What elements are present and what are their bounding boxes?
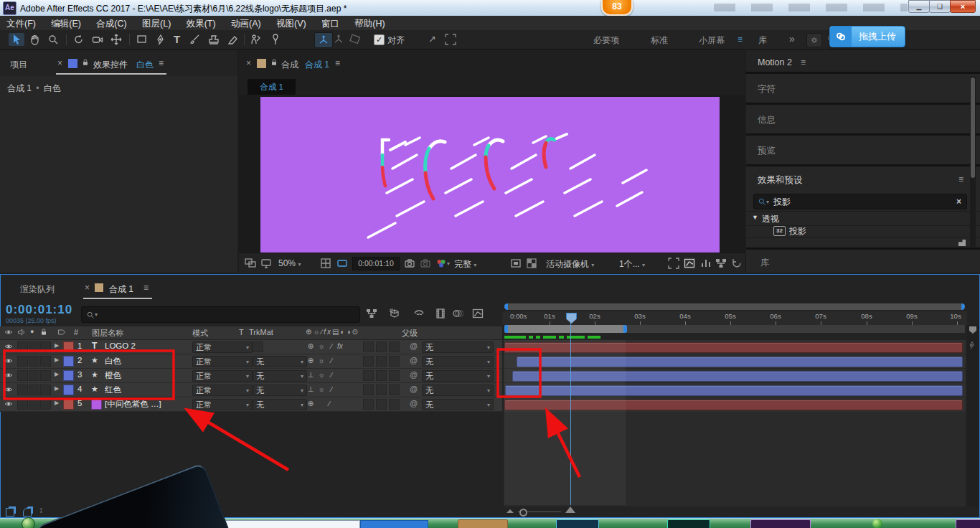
parent-pickwhip-icon[interactable]: @ [410, 399, 418, 407]
preset-row[interactable]: 32 投影 [746, 225, 980, 237]
panel-menu-icon[interactable]: ≡ [335, 58, 340, 68]
timeline-navigator[interactable] [504, 303, 965, 310]
twirl-down-icon[interactable]: ▼ [752, 214, 758, 221]
panel-character[interactable]: 字符 [746, 74, 980, 103]
sampling-switch[interactable]: ∕ [326, 371, 336, 379]
solo-cell[interactable] [29, 385, 39, 395]
dock-scrollbar[interactable] [970, 76, 976, 248]
taskbar-app-purple2[interactable] [956, 519, 980, 528]
switch-cell[interactable] [376, 356, 387, 367]
type-tool[interactable]: T [174, 33, 180, 45]
switch-cell[interactable] [363, 356, 374, 367]
tab-close-icon[interactable]: × [85, 283, 90, 293]
show-snapshot-icon[interactable] [420, 258, 431, 269]
switch-cell[interactable] [376, 341, 387, 352]
switch-cell[interactable] [376, 385, 387, 395]
switch-cell[interactable] [376, 399, 387, 410]
layer-bar-purple-solid[interactable] [504, 400, 963, 410]
panel-menu-icon[interactable]: ≡ [801, 57, 806, 67]
workspace-essentials[interactable]: 必要项 [585, 34, 628, 47]
quality-switch[interactable]: ⊕ [306, 342, 316, 350]
tab-composition-name[interactable]: 合成 1 [305, 59, 329, 71]
mode-dropdown[interactable]: 正常▾ [192, 356, 253, 367]
twirl-icon[interactable]: ▶ [55, 357, 59, 363]
collapse-switch[interactable]: ☼ [316, 385, 326, 393]
roi-toggle-icon[interactable] [510, 258, 522, 269]
graph-editor-icon[interactable] [472, 308, 484, 319]
twirl-icon[interactable]: ▶ [55, 400, 59, 406]
audio-cell[interactable] [17, 341, 28, 352]
tab-effect-controls[interactable]: 效果控件 [93, 59, 128, 71]
effects-search-field[interactable]: ▾ 投影 × [753, 194, 967, 209]
taskbar-app-tan[interactable] [458, 519, 508, 528]
lock-cell[interactable] [40, 370, 51, 381]
tab-effect-controls-target[interactable]: 白色 [136, 59, 154, 71]
new-folder-corner-icon[interactable] [958, 240, 966, 246]
restore-button[interactable]: ❏ [929, 0, 951, 13]
work-area-bar[interactable] [504, 325, 627, 333]
taskbar-app-green-orb[interactable] [872, 519, 882, 528]
mode-column-header[interactable]: 模式 [192, 328, 208, 339]
tab-motion2[interactable]: Motion 2 [758, 57, 792, 67]
lock-cell[interactable] [40, 385, 51, 395]
taskbar-app-purple[interactable] [750, 519, 811, 528]
camera-tool[interactable] [92, 34, 103, 45]
audio-cell[interactable] [17, 370, 28, 381]
breadcrumb[interactable]: 合成 1 • 白色 [7, 82, 61, 95]
switch-cell[interactable] [389, 399, 400, 410]
collapse-switch[interactable]: ☼ [316, 357, 326, 364]
panel-menu-icon[interactable]: ≡ [143, 283, 149, 293]
current-timecode[interactable]: 0:00:01:10 [6, 303, 72, 317]
label-color-swatch[interactable] [63, 370, 74, 381]
taskbar-app-teal[interactable] [667, 519, 710, 528]
search-scope-chevron[interactable]: ▾ [95, 311, 98, 318]
tab-close-icon[interactable]: × [246, 58, 251, 68]
solo-cell[interactable] [29, 370, 39, 381]
hide-shy-layers-icon[interactable] [413, 308, 425, 319]
lock-icon[interactable] [270, 58, 278, 67]
taskbar-blue-button[interactable] [360, 520, 428, 528]
stamp-tool[interactable] [208, 34, 220, 45]
eye-toggle[interactable] [4, 371, 13, 380]
audio-cell[interactable] [17, 399, 28, 410]
quality-switch[interactable]: ⊥ [306, 385, 316, 393]
minimize-button[interactable]: ▁ [908, 0, 930, 13]
workspace-overflow[interactable]: » [789, 33, 795, 44]
tab-render-queue[interactable]: 渲染队列 [20, 283, 55, 296]
arrow-ne-icon[interactable]: ↗ [428, 34, 436, 44]
quality-switch[interactable]: ⊕ [306, 357, 316, 364]
layer-name[interactable]: [中间色紫色 …] [105, 399, 161, 410]
viewer-tab[interactable]: 合成 1 [248, 79, 296, 95]
mode-dropdown[interactable]: 正常▾ [192, 385, 253, 396]
resolution-dropdown[interactable]: 完整 ▾ [454, 258, 476, 270]
trkmat-column-header[interactable]: TrkMat [249, 328, 273, 336]
sampling-switch[interactable]: ∕ [326, 342, 336, 350]
comp-mini-flowchart-icon[interactable] [366, 308, 377, 319]
effects-search-value[interactable]: 投影 [773, 196, 956, 208]
audio-cell[interactable] [17, 356, 28, 367]
workspace-standard[interactable]: 标准 [642, 34, 677, 47]
audio-cell[interactable] [17, 385, 28, 395]
eye-toggle[interactable] [4, 357, 13, 365]
capture-region-icon[interactable] [445, 34, 456, 45]
preset-group-row[interactable]: ▼ 透视 [746, 211, 980, 226]
layer-name[interactable]: 红色 [105, 385, 121, 395]
close-button[interactable]: × [950, 0, 976, 13]
switch-cell[interactable] [389, 341, 400, 352]
start-orb[interactable] [22, 517, 35, 528]
region-of-interest-icon[interactable] [336, 258, 348, 269]
lock-cell[interactable] [40, 341, 51, 352]
roto-brush-tool[interactable] [250, 34, 261, 45]
name-column-header[interactable]: 图层名称 [92, 328, 123, 339]
pan-behind-tool[interactable] [110, 34, 122, 45]
parent-pickwhip-icon[interactable]: @ [410, 385, 418, 393]
draft-3d-icon[interactable] [389, 308, 400, 319]
channel-icon[interactable]: ▾ [435, 258, 450, 269]
quality-switch[interactable]: ⊥ [306, 371, 316, 379]
mode-dropdown[interactable]: 正常▾ [192, 370, 253, 382]
local-axis-mode[interactable] [314, 32, 333, 48]
twirl-icon[interactable]: ▶ [55, 385, 59, 392]
label-color-swatch[interactable] [63, 341, 74, 352]
snap-checkbox[interactable]: ✓ [374, 34, 385, 45]
effects-presets-title[interactable]: 效果和预设 [758, 174, 803, 187]
